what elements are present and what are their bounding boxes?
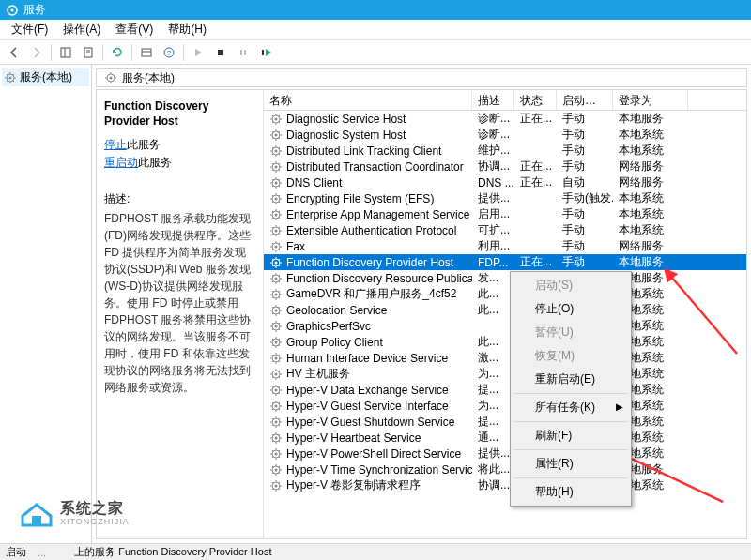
- menu-view[interactable]: 查看(V): [108, 20, 161, 39]
- context-menu-item[interactable]: 帮助(H): [513, 480, 629, 504]
- table-row[interactable]: GameDVR 和广播用户服务_4cf52此...手动本地系统: [264, 286, 746, 302]
- svg-point-26: [275, 165, 278, 168]
- table-row[interactable]: Hyper-V 卷影复制请求程序协调...手动(触发...本地系统: [264, 477, 746, 493]
- service-startup: 手动: [557, 254, 613, 270]
- pause-button[interactable]: [233, 42, 253, 63]
- gear-icon: [269, 113, 283, 126]
- table-row[interactable]: Distributed Transaction Coordinator协调...…: [264, 159, 746, 174]
- table-row[interactable]: HV 主机服务为...手动本地系统: [264, 366, 746, 382]
- svg-point-64: [275, 468, 278, 471]
- list-header: 名称 描述 状态 启动类型 登录为: [264, 90, 746, 111]
- service-name: Human Interface Device Service: [286, 352, 448, 365]
- context-menu-item[interactable]: 重新启动(E): [513, 368, 629, 391]
- service-desc: 启用...: [472, 206, 514, 222]
- submenu-arrow-icon: ▶: [616, 401, 623, 412]
- watermark-sub: XITONGZHIJIA: [60, 517, 130, 526]
- column-status[interactable]: 状态: [514, 90, 557, 110]
- svg-point-32: [275, 213, 278, 216]
- help-button[interactable]: ?: [159, 42, 179, 63]
- svg-point-16: [9, 76, 12, 79]
- service-status: 正在...: [514, 254, 557, 270]
- column-desc[interactable]: 描述: [472, 90, 514, 110]
- table-row[interactable]: Diagnostic Service Host诊断...正在...手动本地服务: [264, 111, 746, 127]
- service-startup: 手动: [557, 111, 613, 127]
- table-row[interactable]: Function Discovery Provider HostFDP...正在…: [264, 254, 746, 270]
- service-name: Fax: [286, 240, 305, 253]
- table-row[interactable]: Hyper-V Guest Service Interface为...手动(触发…: [264, 398, 746, 414]
- table-row[interactable]: GraphicsPerfSvc手动本地系统: [264, 318, 746, 334]
- show-hide-button[interactable]: [55, 42, 76, 63]
- refresh-button[interactable]: [107, 42, 128, 63]
- menu-file[interactable]: 文件(F): [4, 20, 55, 39]
- context-menu-item[interactable]: 停止(O): [513, 297, 629, 321]
- context-menu-item[interactable]: 所有任务(K)▶: [513, 396, 629, 419]
- context-menu-item: 启动(S): [513, 274, 629, 297]
- service-name: Hyper-V Guest Service Interface: [286, 400, 449, 413]
- table-row[interactable]: Hyper-V Data Exchange Service提...手动(触发..…: [264, 382, 746, 398]
- table-row[interactable]: Enterprise App Management Service启用...手动…: [264, 206, 746, 222]
- back-button[interactable]: [4, 42, 24, 63]
- service-name: DNS Client: [286, 176, 342, 189]
- svg-point-20: [275, 117, 278, 120]
- gear-icon: [269, 384, 283, 397]
- column-logon[interactable]: 登录为: [613, 90, 688, 110]
- column-startup[interactable]: 启动类型: [557, 90, 613, 110]
- tree-pane: 服务(本地): [0, 65, 92, 543]
- gear-icon: [269, 272, 283, 285]
- context-menu-item[interactable]: 刷新(F): [513, 424, 629, 447]
- service-desc: 为...: [472, 398, 514, 414]
- forward-button[interactable]: [26, 42, 47, 63]
- table-row[interactable]: DNS ClientDNS ...正在...自动网络服务: [264, 174, 746, 190]
- gear-icon: [269, 304, 283, 317]
- tree-root-services[interactable]: 服务(本地): [2, 68, 89, 86]
- context-menu-item[interactable]: 属性(R): [513, 452, 629, 476]
- tree-root-label: 服务(本地): [20, 69, 72, 85]
- stop-link[interactable]: 停止: [104, 138, 127, 151]
- svg-point-62: [275, 452, 278, 455]
- table-row[interactable]: Fax利用...手动网络服务: [264, 238, 746, 254]
- watermark-logo-icon: [19, 497, 54, 527]
- menu-action[interactable]: 操作(A): [55, 20, 108, 39]
- table-row[interactable]: Group Policy Client此...手动本地系统: [264, 334, 746, 350]
- svg-point-18: [110, 77, 113, 80]
- start-button[interactable]: [188, 42, 208, 63]
- table-row[interactable]: Distributed Link Tracking Client维护...手动本…: [264, 143, 746, 159]
- service-startup: 自动: [557, 174, 613, 190]
- gear-icon: [269, 288, 283, 301]
- svg-rect-11: [218, 50, 223, 55]
- service-desc: 此...: [472, 286, 514, 302]
- service-startup: 手动: [557, 143, 613, 159]
- service-list: 名称 描述 状态 启动类型 登录为 Diagnostic Service Hos…: [264, 90, 746, 538]
- service-desc: 此...: [472, 302, 514, 318]
- list-rows[interactable]: Diagnostic Service Host诊断...正在...手动本地服务D…: [264, 111, 746, 538]
- gear-icon: [269, 240, 283, 253]
- table-row[interactable]: Function Discovery Resource Publication发…: [264, 270, 746, 286]
- restart-button[interactable]: [255, 42, 276, 63]
- table-row[interactable]: Hyper-V Guest Shutdown Service提...手动(触发.…: [264, 414, 746, 430]
- service-desc: 诊断...: [472, 111, 514, 127]
- svg-point-42: [275, 293, 278, 295]
- menu-separator: [513, 421, 628, 422]
- export-button[interactable]: [78, 42, 99, 63]
- restart-link[interactable]: 重启动: [104, 156, 138, 169]
- menu-help[interactable]: 帮助(H): [161, 20, 214, 39]
- properties-button[interactable]: [136, 42, 157, 63]
- service-name: Distributed Link Tracking Client: [286, 144, 441, 158]
- svg-point-36: [275, 245, 278, 248]
- gear-icon: [269, 144, 283, 158]
- table-row[interactable]: Extensible Authentication Protocol可扩...手…: [264, 222, 746, 238]
- table-row[interactable]: Hyper-V PowerShell Direct Service提供...手动…: [264, 446, 746, 462]
- service-desc: 通...: [472, 430, 514, 446]
- service-desc: 提供...: [472, 446, 514, 462]
- table-row[interactable]: Human Interface Device Service激...手动本地系统: [264, 350, 746, 366]
- table-row[interactable]: Hyper-V Heartbeat Service通...手动(触发...本地系…: [264, 430, 746, 446]
- column-name[interactable]: 名称: [264, 90, 472, 110]
- table-row[interactable]: Geolocation Service此...手动本地系统: [264, 302, 746, 318]
- table-row[interactable]: Diagnostic System Host诊断...手动本地系统: [264, 127, 746, 143]
- service-desc: 激...: [472, 350, 514, 366]
- service-name: Hyper-V Time Synchronization Service: [286, 463, 472, 477]
- table-row[interactable]: Hyper-V Time Synchronization Service将此..…: [264, 462, 746, 477]
- table-row[interactable]: Encrypting File System (EFS)提供...手动(触发..…: [264, 190, 746, 206]
- service-desc: 协调...: [472, 477, 514, 493]
- stop-button[interactable]: [210, 42, 231, 63]
